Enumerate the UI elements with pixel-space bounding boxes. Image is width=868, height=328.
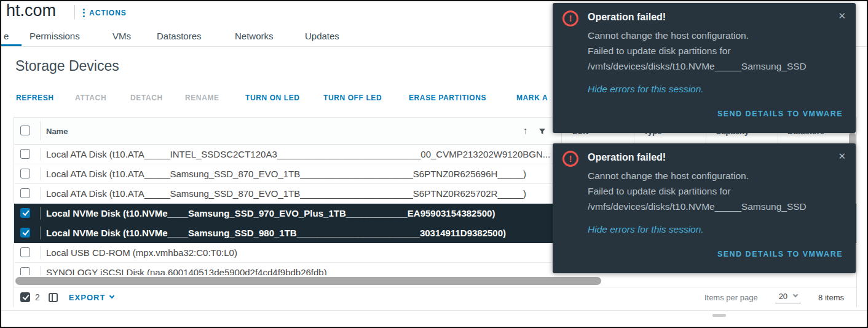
- items-per-page-label: Items per page: [704, 293, 758, 302]
- toast-message-line: Failed to update disk partitions for: [588, 46, 854, 57]
- column-header-name[interactable]: Name: [46, 127, 68, 136]
- toast-message-line: /vmfs/devices/disks/t10.NVMe_____Samsung…: [588, 201, 854, 212]
- row-checkbox[interactable]: [20, 208, 30, 218]
- error-icon: !: [562, 151, 578, 167]
- vsphere-host-storage-screen: ht.com ACTIONS e Permissions VMs Datasto…: [0, 0, 868, 328]
- select-all-checkbox[interactable]: [20, 126, 30, 135]
- tab-datastores[interactable]: Datastores: [157, 31, 202, 41]
- actions-button[interactable]: ACTIONS: [83, 7, 127, 18]
- export-label: EXPORT: [69, 293, 106, 302]
- chevron-down-icon: [109, 294, 114, 298]
- error-toast-2: ! Operation failed! ✕ Cannot change the …: [553, 143, 856, 273]
- erase-partitions-button[interactable]: ERASE PARTITIONS: [409, 94, 486, 102]
- page-title: Storage Devices: [15, 58, 119, 74]
- divider: [40, 148, 41, 161]
- divider: [40, 167, 41, 180]
- sort-ascending-icon[interactable]: ↑: [523, 125, 528, 135]
- row-checkbox[interactable]: [20, 267, 30, 275]
- chevron-down-icon: [793, 292, 798, 297]
- close-icon[interactable]: ✕: [838, 151, 846, 162]
- turn-off-led-button[interactable]: TURN OFF LED: [323, 94, 382, 102]
- host-name: ht.com: [6, 1, 56, 20]
- row-checkbox[interactable]: [20, 247, 30, 257]
- actions-label: ACTIONS: [89, 9, 127, 17]
- tab-networks[interactable]: Networks: [235, 31, 274, 41]
- table-footer: 2 EXPORT Items per page 20 8 items: [14, 287, 856, 307]
- detach-button: DETACH: [130, 94, 163, 102]
- close-icon[interactable]: ✕: [838, 10, 846, 22]
- page-size-value: 20: [779, 292, 787, 301]
- divider: [40, 121, 41, 140]
- mark-as-button[interactable]: MARK A: [516, 94, 548, 102]
- toast-title: Operation failed!: [588, 152, 666, 163]
- toast-message-line: Cannot change the host configuration.: [588, 30, 854, 41]
- filter-icon[interactable]: [539, 127, 546, 138]
- tab-permissions[interactable]: Permissions: [30, 31, 80, 41]
- divider: [74, 5, 75, 19]
- horizontal-scrollbar: [14, 275, 856, 287]
- row-checkbox[interactable]: [20, 169, 30, 178]
- selected-count-checkbox[interactable]: [20, 292, 30, 302]
- toast-title: Operation failed!: [588, 12, 666, 23]
- horizontal-scrollbar-thumb[interactable]: [15, 277, 601, 285]
- page-scrollbar-thumb[interactable]: [712, 314, 726, 317]
- column-picker-icon[interactable]: [49, 293, 58, 302]
- tab-clipped-active[interactable]: e: [4, 31, 9, 41]
- toast-message-line: /vmfs/devices/disks/t10.NVMe_____Samsung…: [588, 61, 854, 72]
- send-details-link[interactable]: SEND DETAILS TO VMWARE: [717, 110, 843, 118]
- divider: [40, 226, 41, 239]
- turn-on-led-button[interactable]: TURN ON LED: [245, 94, 300, 102]
- error-icon: !: [562, 10, 578, 26]
- divider: [40, 266, 41, 275]
- total-items-count: 8 items: [818, 293, 844, 302]
- divider: [40, 187, 41, 200]
- toast-message-line: Cannot change the host configuration.: [588, 170, 854, 182]
- row-checkbox[interactable]: [20, 149, 30, 159]
- send-details-link[interactable]: SEND DETAILS TO VMWARE: [717, 250, 843, 258]
- row-checkbox[interactable]: [20, 188, 30, 198]
- toast-message-line: Failed to update disk partitions for: [588, 186, 854, 197]
- error-toast-1: ! Operation failed! ✕ Cannot change the …: [553, 3, 856, 133]
- attach-button: ATTACH: [75, 94, 106, 102]
- tab-vms[interactable]: VMs: [112, 31, 131, 41]
- hide-errors-link[interactable]: Hide errors for this session.: [588, 224, 704, 235]
- selected-count: 2: [35, 292, 40, 302]
- tab-updates[interactable]: Updates: [305, 31, 339, 41]
- row-checkbox[interactable]: [20, 228, 30, 238]
- divider: [40, 207, 41, 220]
- refresh-button[interactable]: REFRESH: [16, 94, 54, 102]
- rename-button: RENAME: [185, 94, 219, 102]
- page-size-select[interactable]: 20: [775, 292, 801, 303]
- divider: [1, 310, 867, 311]
- divider: [40, 246, 41, 259]
- vertical-ellipsis-icon: [83, 7, 85, 18]
- export-button[interactable]: EXPORT: [69, 293, 114, 302]
- hide-errors-link[interactable]: Hide errors for this session.: [588, 84, 704, 95]
